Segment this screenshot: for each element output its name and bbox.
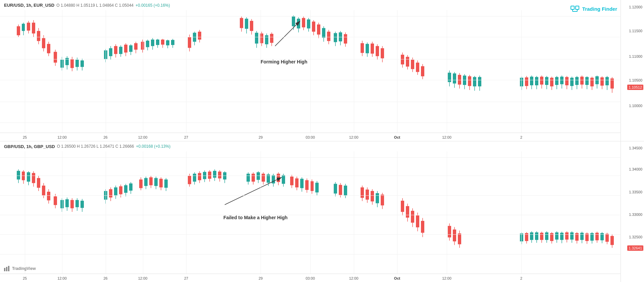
svg-rect-300 — [453, 229, 456, 241]
svg-rect-198 — [75, 200, 79, 207]
svg-rect-10 — [27, 23, 30, 31]
top-time-oct: Oct — [394, 135, 400, 139]
svg-rect-232 — [203, 172, 206, 179]
svg-rect-150 — [555, 77, 558, 85]
bottom-time-axis: 25 12:00 26 12:00 27 29 03:00 12:00 Oct … — [0, 274, 621, 282]
svg-rect-314 — [545, 232, 548, 240]
svg-rect-164 — [590, 78, 594, 87]
bottom-time-0300: 03:00 — [306, 276, 315, 280]
svg-rect-194 — [65, 199, 69, 207]
top-price-2: 1.11500 — [629, 29, 642, 33]
svg-rect-296 — [421, 221, 424, 232]
top-time-29: 29 — [259, 135, 263, 139]
svg-rect-128 — [463, 76, 466, 85]
svg-rect-336 — [600, 233, 604, 240]
svg-rect-92 — [322, 28, 325, 38]
svg-rect-50 — [151, 40, 154, 46]
svg-rect-256 — [282, 175, 285, 184]
top-time-1200-3: 12:00 — [349, 135, 359, 139]
svg-rect-180 — [27, 172, 30, 182]
svg-rect-110 — [381, 48, 384, 58]
svg-rect-224 — [164, 179, 168, 188]
top-time-2: 2 — [520, 135, 522, 139]
svg-rect-134 — [478, 77, 481, 86]
top-price-4: 1.10500 — [629, 78, 642, 82]
svg-rect-130 — [468, 76, 471, 86]
svg-rect-34 — [109, 48, 112, 56]
svg-rect-230 — [198, 173, 201, 180]
svg-rect-326 — [575, 233, 579, 241]
svg-rect-276 — [344, 185, 347, 195]
svg-rect-58 — [171, 40, 174, 45]
svg-rect-28 — [75, 60, 79, 67]
bottom-time-1200-4: 12:00 — [442, 276, 451, 280]
svg-rect-116 — [411, 60, 414, 69]
bottom-time-27: 27 — [184, 276, 188, 280]
svg-rect-254 — [277, 174, 280, 182]
svg-rect-100 — [344, 34, 347, 44]
svg-rect-264 — [300, 179, 304, 188]
logo-text: Trading Finder — [582, 6, 617, 12]
svg-rect-44 — [134, 43, 138, 50]
svg-rect-270 — [315, 183, 319, 192]
svg-rect-80 — [292, 16, 295, 26]
svg-rect-218 — [149, 177, 153, 185]
svg-rect-72 — [255, 33, 258, 44]
svg-rect-318 — [555, 232, 558, 239]
svg-rect-20 — [54, 52, 57, 62]
bottom-time-29: 29 — [259, 276, 263, 280]
svg-rect-18 — [47, 44, 50, 53]
bottom-ohlc: O 1.26500 H 1.26726 L 1.26471 C 1.26666 — [57, 144, 134, 149]
svg-rect-68 — [245, 19, 248, 29]
svg-rect-138 — [525, 77, 528, 86]
top-chart-canvas: Forming Higher High — [0, 10, 621, 133]
bottom-price-axis: 1.34500 1.34000 1.33500 1.33000 1.32500 … — [621, 141, 644, 282]
svg-rect-210 — [124, 185, 127, 193]
svg-rect-60 — [188, 37, 191, 48]
svg-rect-162 — [585, 77, 589, 85]
svg-rect-260 — [290, 177, 293, 185]
bottom-time-1200-2: 12:00 — [138, 276, 148, 280]
top-symbol: EUR/USD, 1h, EUR_USD — [4, 3, 54, 8]
svg-rect-214 — [139, 179, 143, 188]
svg-rect-14 — [37, 31, 40, 41]
svg-rect-196 — [70, 200, 74, 208]
bottom-price-5: 1.32500 — [629, 235, 642, 239]
main-container: Trading Finder EUR/USD, 1h, EUR_USD O 1.… — [0, 0, 644, 282]
svg-rect-290 — [406, 206, 409, 217]
logo-icon — [570, 4, 580, 13]
svg-rect-324 — [570, 232, 574, 239]
svg-rect-12 — [32, 23, 35, 34]
svg-rect-54 — [161, 40, 164, 45]
svg-rect-176 — [17, 171, 20, 179]
bottom-price-2: 1.34000 — [629, 167, 642, 171]
svg-rect-64 — [198, 32, 201, 40]
svg-rect-66 — [240, 18, 243, 28]
bottom-time-2: 2 — [520, 276, 522, 280]
svg-rect-88 — [312, 21, 315, 32]
svg-rect-102 — [361, 43, 364, 53]
svg-rect-212 — [129, 183, 132, 190]
svg-rect-108 — [376, 46, 379, 56]
svg-rect-182 — [32, 173, 35, 183]
svg-rect-236 — [213, 171, 216, 177]
svg-rect-1 — [576, 6, 579, 9]
svg-rect-144 — [540, 77, 543, 85]
svg-rect-114 — [406, 57, 409, 66]
tradingview-footer: TradingView — [3, 265, 36, 272]
top-price-1: 1.12000 — [629, 5, 642, 9]
svg-rect-146 — [545, 77, 548, 85]
svg-rect-154 — [565, 77, 569, 85]
top-chart-header: EUR/USD, 1h, EUR_USD O 1.04880 H 1.05119… — [4, 3, 170, 8]
svg-rect-234 — [208, 172, 211, 179]
svg-rect-140 — [530, 77, 533, 85]
bottom-time-26: 26 — [103, 276, 107, 280]
bottom-symbol: GBP/USD, 1h, GBP_USD — [4, 144, 55, 149]
top-price-5: 1.10000 — [629, 104, 642, 108]
svg-rect-302 — [458, 233, 461, 244]
top-time-0300: 03:00 — [306, 135, 315, 139]
svg-rect-36 — [114, 46, 117, 54]
svg-rect-26 — [70, 59, 74, 68]
svg-rect-206 — [114, 187, 117, 195]
svg-rect-16 — [42, 38, 45, 48]
